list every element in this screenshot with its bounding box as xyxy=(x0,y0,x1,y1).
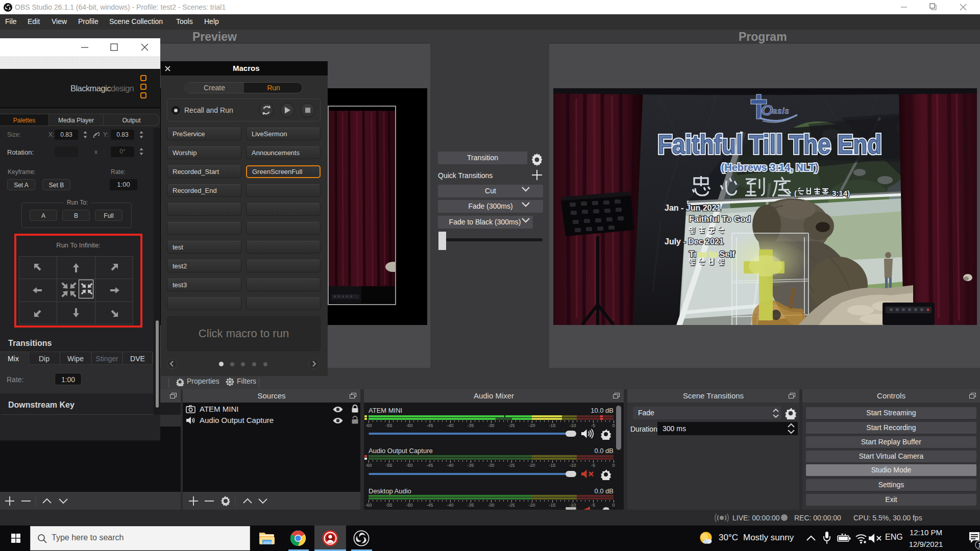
svg-text:3:14): 3:14) xyxy=(832,189,850,197)
svg-text:asis: asis xyxy=(772,106,789,116)
svg-text:(: ( xyxy=(794,189,797,197)
svg-text:True to Self: True to Self xyxy=(689,249,735,259)
svg-text:(Hebrews 3:14, NLT): (Hebrews 3:14, NLT) xyxy=(721,162,819,173)
svg-text:Faithful To God: Faithful To God xyxy=(689,214,751,223)
svg-text:1: 1 xyxy=(978,542,980,549)
svg-text:Faithful Till The End: Faithful Till The End xyxy=(658,130,882,159)
svg-text:July - Dec 2021: July - Dec 2021 xyxy=(665,237,724,246)
svg-text:O: O xyxy=(761,102,773,118)
svg-text:Jan - Jun 2021: Jan - Jun 2021 xyxy=(665,204,721,212)
